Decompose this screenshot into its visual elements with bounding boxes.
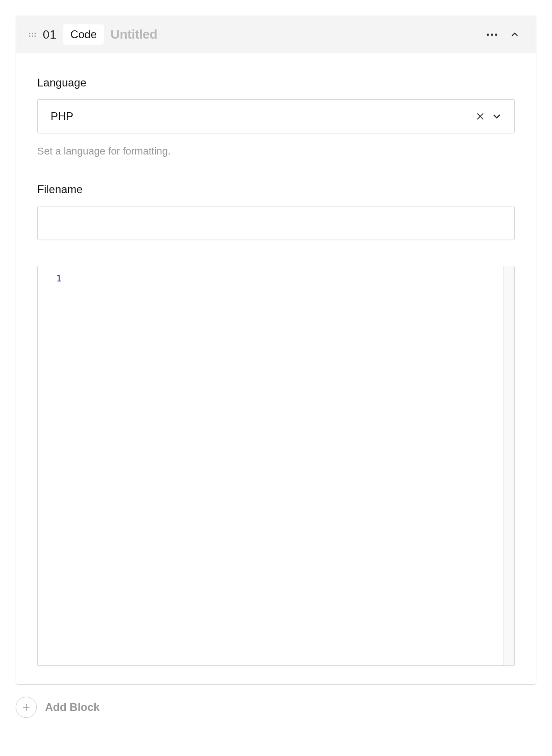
plus-icon: [16, 697, 37, 718]
collapse-button[interactable]: [506, 26, 523, 43]
block-header: 01 Code Untitled: [16, 16, 536, 53]
block-title[interactable]: Untitled: [110, 27, 157, 42]
block-type-chip[interactable]: Code: [63, 24, 104, 45]
chevron-up-icon: [511, 30, 519, 39]
block-body: Language PHP Set a language for formatti…: [16, 53, 536, 684]
more-options-button[interactable]: [483, 26, 500, 43]
add-block-label: Add Block: [45, 701, 100, 714]
language-select[interactable]: PHP: [37, 99, 515, 133]
code-block-card: 01 Code Untitled Language PHP: [16, 16, 536, 685]
code-textarea[interactable]: [66, 266, 503, 665]
code-field: 1: [37, 266, 515, 666]
svg-line-1: [477, 114, 483, 119]
language-help-text: Set a language for formatting.: [37, 145, 515, 157]
line-number: 1: [38, 272, 62, 285]
language-clear-button[interactable]: [472, 108, 489, 125]
code-editor[interactable]: 1: [37, 266, 515, 666]
more-horizontal-icon: [487, 34, 497, 36]
filename-field: Filename: [37, 183, 515, 240]
filename-label: Filename: [37, 183, 515, 196]
language-field: Language PHP Set a language for formatti…: [37, 76, 515, 157]
filename-input[interactable]: [37, 206, 515, 240]
language-dropdown-toggle[interactable]: [489, 108, 505, 125]
chevron-down-icon: [492, 112, 501, 121]
language-value: PHP: [51, 110, 472, 123]
code-scrollbar[interactable]: [503, 266, 514, 665]
close-icon: [476, 112, 485, 121]
block-index: 01: [43, 28, 57, 42]
add-block-button[interactable]: Add Block: [16, 697, 536, 718]
code-gutter: 1: [38, 266, 66, 665]
drag-handle-icon[interactable]: [29, 30, 36, 39]
svg-line-0: [477, 114, 483, 119]
language-label: Language: [37, 76, 515, 89]
